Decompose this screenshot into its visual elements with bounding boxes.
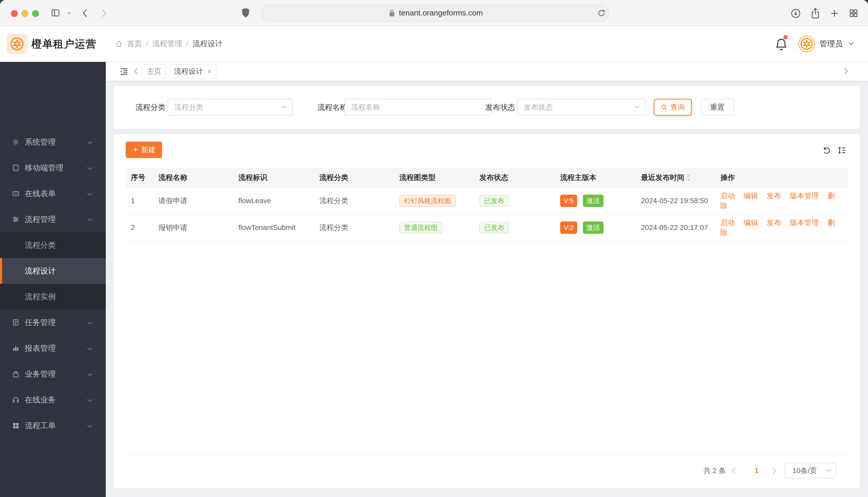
next-page-icon[interactable]	[772, 467, 777, 474]
publish-status-select[interactable]: 发布状态	[517, 99, 646, 116]
process-management-submenu: 流程分类 流程设计 流程实例	[0, 232, 106, 310]
tab-home[interactable]: 主页	[142, 64, 166, 79]
sidebar-item-business-management[interactable]: 业务管理	[0, 361, 106, 387]
sidebar-item-label: 在线表单	[25, 181, 56, 207]
bar-chart-icon	[12, 344, 19, 352]
url-text: tenant.orangeforms.com	[399, 0, 483, 26]
action-edit-link[interactable]: 编辑	[744, 218, 758, 227]
chevron-down-icon	[634, 105, 640, 109]
column-settings-icon[interactable]	[837, 146, 846, 155]
browser-window: tenant.orangeforms.com	[0, 0, 868, 497]
user-name[interactable]: 管理员	[819, 26, 843, 62]
diagram-type-tag: 普通流程图	[399, 222, 442, 233]
action-version-management-link[interactable]: 版本管理	[790, 192, 819, 200]
grid-icon	[12, 422, 19, 429]
sidebar-item-online-forms[interactable]: 在线表单	[0, 181, 106, 207]
sidebar-item-process-category[interactable]: 流程分类	[0, 232, 106, 258]
sidebar-item-report-management[interactable]: 报表管理	[0, 335, 106, 361]
cell-name: 请假申请	[153, 187, 233, 214]
sidebar-toggle-icon[interactable]	[51, 8, 60, 18]
search-icon	[661, 104, 668, 111]
sidebar-item-process-design[interactable]: 流程设计	[0, 258, 106, 284]
lock-icon	[389, 8, 395, 17]
chevron-up-icon	[87, 218, 93, 222]
sidebar-dropdown-chevron-icon[interactable]	[67, 11, 72, 15]
create-button[interactable]: 新建	[126, 142, 162, 158]
app-title: 橙单租户运营	[31, 26, 97, 62]
version-badge: V:2	[560, 222, 577, 234]
reload-icon[interactable]	[596, 8, 606, 18]
share-icon[interactable]	[810, 7, 821, 19]
page-number[interactable]: 1	[752, 463, 762, 479]
notification-badge	[783, 35, 788, 40]
sidebar-nav: 系统管理 移动端管理 在线表单 流程管理 流程分类 流程设计	[0, 62, 106, 497]
sidebar-item-process-instance[interactable]: 流程实例	[0, 284, 106, 310]
prev-page-icon[interactable]	[731, 467, 736, 474]
page-size-select[interactable]: 10条/页	[785, 463, 836, 479]
privacy-shield-icon[interactable]	[241, 7, 250, 18]
breadcrumb-home[interactable]: 首页	[127, 39, 142, 49]
new-tab-icon[interactable]	[829, 8, 840, 18]
breadcrumb-level1[interactable]: 流程管理	[152, 39, 182, 49]
zoom-window-button[interactable]	[32, 10, 39, 17]
user-avatar[interactable]	[798, 36, 815, 52]
refresh-icon[interactable]	[822, 146, 831, 155]
filter-name-label: 流程名称	[317, 102, 347, 113]
action-start-link[interactable]: 启动	[720, 218, 735, 227]
cell-category: 流程分类	[314, 187, 394, 214]
back-button[interactable]	[82, 9, 88, 18]
tab-list-icon[interactable]	[119, 67, 129, 76]
sidebar-item-process-workorder[interactable]: 流程工单	[0, 413, 106, 439]
bag-icon	[12, 370, 19, 378]
forward-button[interactable]	[101, 9, 107, 18]
cell-name: 报销申请	[153, 214, 233, 241]
screenshot-root: tenant.orangeforms.com	[0, 0, 868, 497]
process-name-input[interactable]	[344, 99, 492, 116]
action-version-management-link[interactable]: 版本管理	[790, 218, 819, 227]
app-logo	[7, 33, 27, 54]
tabs-scroll-left-icon[interactable]	[134, 68, 138, 75]
sidebar-item-task-management[interactable]: 任务管理	[0, 310, 106, 335]
headset-icon	[12, 396, 19, 404]
action-publish-link[interactable]: 发布	[767, 192, 781, 200]
downloads-icon[interactable]	[790, 8, 801, 19]
sidebar-item-process-management[interactable]: 流程管理	[0, 207, 106, 232]
chevron-down-icon	[281, 105, 287, 109]
tab-process-design[interactable]: 流程设计	[170, 64, 217, 79]
table-row: 2 报销申请 flowTenantSubmit 流程分类 普通流程图 已发布 V…	[126, 214, 848, 241]
minimize-window-button[interactable]	[22, 10, 28, 17]
col-header-published-time[interactable]: 最近发布时间	[636, 168, 715, 187]
breadcrumb-separator: /	[186, 40, 188, 48]
filter-status-label: 发布状态	[485, 102, 515, 113]
action-start-link[interactable]: 启动	[720, 192, 735, 200]
select-placeholder: 发布状态	[524, 99, 553, 115]
active-badge: 激活	[583, 195, 604, 207]
action-publish-link[interactable]: 发布	[767, 218, 781, 227]
plus-icon	[132, 146, 139, 153]
col-header-publish-status: 发布状态	[474, 168, 555, 187]
sidebar-item-online-business[interactable]: 在线业务	[0, 387, 106, 413]
sidebar-item-label: 业务管理	[25, 361, 56, 387]
version-badge: V:5	[560, 195, 577, 207]
cell-index: 2	[126, 214, 153, 241]
sort-carets-icon[interactable]	[686, 174, 690, 182]
tab-overview-icon[interactable]	[849, 8, 859, 18]
user-menu-chevron-icon[interactable]	[848, 41, 855, 46]
action-edit-link[interactable]: 编辑	[744, 192, 758, 200]
sidebar-item-label: 在线业务	[25, 387, 56, 413]
close-window-button[interactable]	[11, 10, 18, 17]
cell-published-time: 2024-05-22 19:58:50	[636, 187, 715, 214]
category-select[interactable]: 流程分类	[168, 99, 293, 116]
cell-category: 流程分类	[314, 214, 394, 241]
reset-button[interactable]: 重置	[701, 99, 734, 116]
active-indicator	[0, 258, 2, 284]
close-tab-icon[interactable]	[207, 69, 212, 74]
search-button[interactable]: 查询	[653, 99, 692, 116]
sidebar-item-mobile-management[interactable]: 移动端管理	[0, 155, 106, 181]
sidebar-item-label: 流程工单	[25, 413, 56, 439]
tab-label: 流程设计	[174, 67, 203, 76]
cell-key: flowLeave	[233, 187, 314, 214]
breadcrumb-separator: /	[146, 40, 148, 48]
sidebar-item-system-management[interactable]: 系统管理	[0, 129, 106, 155]
tabs-scroll-right-icon[interactable]	[844, 68, 849, 75]
